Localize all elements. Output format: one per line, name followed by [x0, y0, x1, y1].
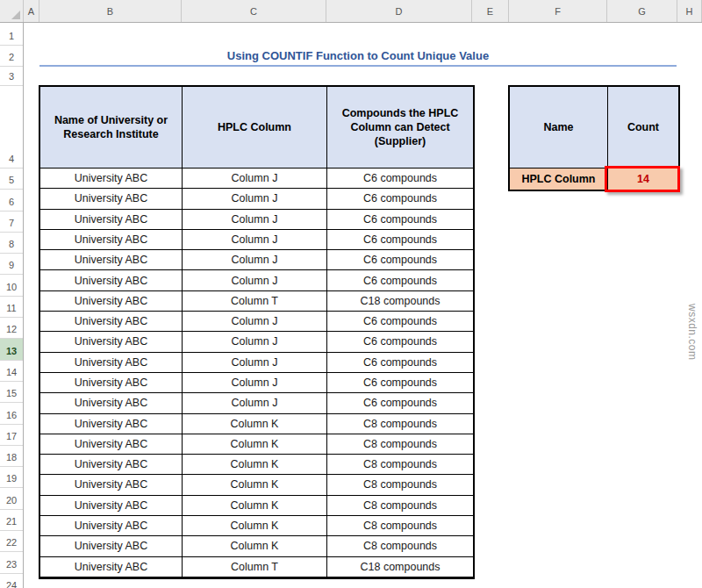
cell-university[interactable]: University ABC [40, 393, 183, 412]
cell-column[interactable]: Column J [183, 312, 327, 331]
cell-university[interactable]: University ABC [40, 516, 183, 535]
cell-university[interactable]: University ABC [40, 353, 183, 372]
row-header-21[interactable]: 21 [0, 510, 23, 531]
cell-column[interactable]: Column K [183, 475, 327, 494]
header-cell-hplc-column[interactable]: HPLC Column [183, 87, 327, 168]
cell-column[interactable]: Column K [183, 434, 327, 454]
cell-column[interactable]: Column J [183, 393, 327, 412]
cell-compound[interactable]: C6 compounds [327, 189, 473, 208]
cell-compound[interactable]: C8 compounds [327, 475, 473, 494]
column-header-g[interactable]: G [607, 0, 677, 22]
cell-university[interactable]: University ABC [40, 434, 183, 454]
header-cell-university[interactable]: Name of University or Research Institute [40, 87, 183, 168]
row-header-12[interactable]: 12 [0, 318, 23, 339]
cell-university[interactable]: University ABC [40, 270, 183, 290]
select-all-corner[interactable] [0, 0, 24, 22]
row-header-4[interactable]: 4 [0, 86, 23, 169]
cell-column[interactable]: Column K [183, 516, 327, 535]
cell-compound[interactable]: C6 compounds [327, 353, 473, 372]
cell-university[interactable]: University ABC [40, 373, 183, 392]
sheet-title-cell[interactable]: Using COUNTIF Function to Count Unique V… [39, 46, 677, 67]
row-header-8[interactable]: 8 [0, 233, 23, 254]
cell-compound[interactable]: C8 compounds [327, 496, 473, 515]
header-cell-compounds[interactable]: Compounds the HPLC Column can Detect (Su… [327, 87, 473, 168]
cell-compound[interactable]: C6 compounds [327, 210, 473, 229]
row-header-20[interactable]: 20 [0, 488, 23, 509]
cell-compound[interactable]: C6 compounds [327, 250, 473, 269]
cell-column[interactable]: Column J [183, 270, 327, 290]
cell-university[interactable]: University ABC [40, 414, 183, 434]
column-header-h[interactable]: H [677, 0, 702, 22]
cell-column[interactable]: Column J [183, 210, 327, 229]
row-header-17[interactable]: 17 [0, 425, 23, 446]
cell-compound[interactable]: C6 compounds [327, 230, 473, 249]
cell-column[interactable]: Column J [183, 332, 327, 351]
result-name-cell[interactable]: HPLC Column [510, 169, 608, 190]
cell-compound[interactable]: C6 compounds [327, 270, 473, 290]
result-header-count[interactable]: Count [608, 87, 678, 168]
cell-compound[interactable]: C18 compounds [327, 291, 473, 311]
cell-compound[interactable]: C8 compounds [327, 455, 473, 474]
cell-university[interactable]: University ABC [40, 169, 183, 188]
cell-column[interactable]: Column T [183, 291, 327, 311]
cell-compound[interactable]: C6 compounds [327, 169, 473, 188]
row-header-13-active[interactable]: 13 [0, 339, 23, 360]
cell-university[interactable]: University ABC [40, 557, 183, 577]
column-header-d[interactable]: D [326, 0, 472, 22]
cell-column[interactable]: Column T [183, 557, 327, 577]
row-header-22[interactable]: 22 [0, 531, 23, 552]
cell-compound[interactable]: C8 compounds [327, 516, 473, 535]
column-header-c[interactable]: C [182, 0, 326, 22]
cell-compound[interactable]: C6 compounds [327, 332, 473, 351]
row-header-5[interactable]: 5 [0, 169, 23, 190]
row-header-23[interactable]: 23 [0, 552, 23, 573]
cell-column[interactable]: Column J [183, 169, 327, 188]
row-header-11[interactable]: 11 [0, 297, 23, 318]
cell-column[interactable]: Column K [183, 536, 327, 556]
row-header-1[interactable]: 1 [0, 23, 23, 46]
cell-university[interactable]: University ABC [40, 312, 183, 331]
row-header-3[interactable]: 3 [0, 67, 23, 86]
row-header-19[interactable]: 19 [0, 467, 23, 488]
row-header-2[interactable]: 2 [0, 46, 23, 67]
cell-university[interactable]: University ABC [40, 496, 183, 515]
cell-university[interactable]: University ABC [40, 210, 183, 229]
cell-university[interactable]: University ABC [40, 189, 183, 208]
cell-university[interactable]: University ABC [40, 250, 183, 269]
cell-compound[interactable]: C8 compounds [327, 434, 473, 454]
cell-compound[interactable]: C6 compounds [327, 393, 473, 412]
row-header-6[interactable]: 6 [0, 190, 23, 211]
row-header-7[interactable]: 7 [0, 212, 23, 233]
cell-column[interactable]: Column J [183, 373, 327, 392]
column-header-f[interactable]: F [509, 0, 607, 22]
column-header-e[interactable]: E [472, 0, 509, 22]
cell-compound[interactable]: C8 compounds [327, 414, 473, 434]
row-header-14[interactable]: 14 [0, 361, 23, 382]
result-count-cell[interactable]: 14 [608, 169, 678, 190]
cell-university[interactable]: University ABC [40, 536, 183, 556]
cell-column[interactable]: Column J [183, 250, 327, 269]
row-header-10[interactable]: 10 [0, 275, 23, 296]
cell-column[interactable]: Column J [183, 353, 327, 372]
cell-university[interactable]: University ABC [40, 332, 183, 351]
cell-column[interactable]: Column J [183, 230, 327, 249]
cell-column[interactable]: Column K [183, 496, 327, 515]
row-header-16[interactable]: 16 [0, 403, 23, 424]
cell-compound[interactable]: C6 compounds [327, 373, 473, 392]
row-header-18[interactable]: 18 [0, 446, 23, 467]
result-header-name[interactable]: Name [510, 87, 608, 168]
column-header-a[interactable]: A [24, 0, 39, 22]
cell-column[interactable]: Column K [183, 455, 327, 474]
cell-compound[interactable]: C8 compounds [327, 536, 473, 556]
cell-university[interactable]: University ABC [40, 230, 183, 249]
cell-university[interactable]: University ABC [40, 475, 183, 494]
cell-compound[interactable]: C6 compounds [327, 312, 473, 331]
row-header-9[interactable]: 9 [0, 254, 23, 275]
cell-university[interactable]: University ABC [40, 291, 183, 311]
cell-university[interactable]: University ABC [40, 455, 183, 474]
cell-column[interactable]: Column J [183, 189, 327, 208]
row-header-15[interactable]: 15 [0, 382, 23, 403]
row-header-24[interactable]: 24 [0, 574, 23, 588]
column-header-b[interactable]: B [39, 0, 182, 22]
cell-compound[interactable]: C18 compounds [327, 557, 473, 577]
